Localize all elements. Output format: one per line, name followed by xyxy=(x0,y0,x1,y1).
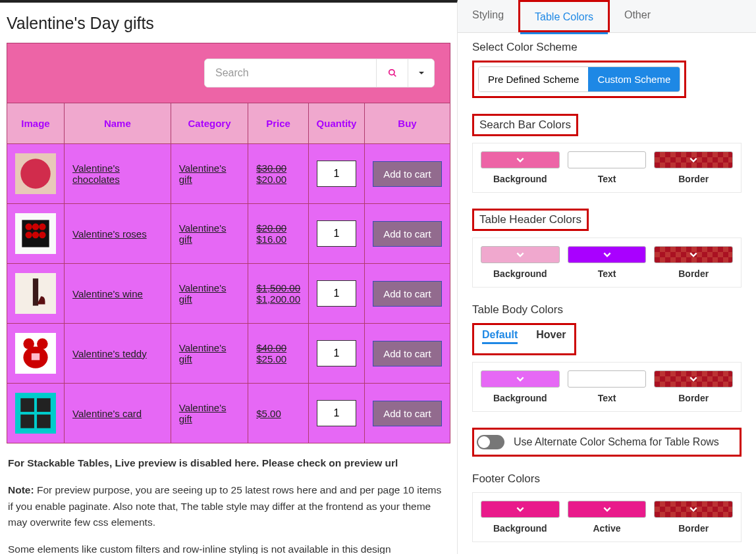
header-border-swatch[interactable] xyxy=(654,246,733,263)
chevron-down-icon xyxy=(689,250,698,259)
chevron-down-icon xyxy=(689,155,698,164)
product-image[interactable] xyxy=(15,273,56,314)
search-dropdown[interactable] xyxy=(408,59,434,87)
caption-active: Active xyxy=(568,523,647,534)
price-new: $5.00 xyxy=(256,408,300,419)
sub-tab-hover[interactable]: Hover xyxy=(536,329,566,344)
header-bg-swatch[interactable] xyxy=(481,246,560,263)
product-image[interactable] xyxy=(15,393,56,434)
chevron-down-icon xyxy=(603,250,612,259)
add-to-cart-button[interactable]: Add to cart xyxy=(373,161,442,187)
body-bg-swatch[interactable] xyxy=(481,370,560,388)
svg-rect-21 xyxy=(37,398,51,412)
svg-point-6 xyxy=(26,224,32,230)
body-border-swatch[interactable] xyxy=(654,370,733,388)
header-text-swatch[interactable] xyxy=(568,246,647,263)
search-bg-swatch[interactable] xyxy=(481,151,560,168)
search-bar xyxy=(7,43,450,103)
note-prefix: Note: xyxy=(8,484,37,495)
search-input[interactable] xyxy=(205,59,376,87)
tab-styling[interactable]: Styling xyxy=(458,0,518,32)
product-name-link[interactable]: Valentine's card xyxy=(72,408,142,419)
quantity-input[interactable] xyxy=(317,340,356,366)
footer-colors-label: Footer Colors xyxy=(472,472,540,486)
table-body-colors-label: Table Body Colors xyxy=(472,303,563,316)
product-category-link[interactable]: Valentine's gift xyxy=(179,163,227,185)
svg-point-9 xyxy=(26,232,32,238)
note-preview: For preview purpose, you are seeing up t… xyxy=(8,484,441,528)
footer-border-swatch[interactable] xyxy=(654,501,733,518)
footer-bg-swatch[interactable] xyxy=(481,501,560,518)
search-border-swatch[interactable] xyxy=(654,151,733,168)
add-to-cart-button[interactable]: Add to cart xyxy=(373,341,442,366)
add-to-cart-button[interactable]: Add to cart xyxy=(373,281,442,307)
col-name[interactable]: Name xyxy=(65,103,171,144)
col-buy[interactable]: Buy xyxy=(364,103,450,144)
chevron-down-icon xyxy=(689,374,698,384)
product-category-link[interactable]: Valentine's gift xyxy=(179,342,227,365)
quantity-input[interactable] xyxy=(317,161,356,187)
price-new: $1,200.00 xyxy=(256,293,300,305)
col-price[interactable]: Price xyxy=(248,103,309,144)
product-image[interactable] xyxy=(15,333,56,374)
caption-border: Border xyxy=(654,523,733,534)
col-category[interactable]: Category xyxy=(171,103,248,144)
svg-rect-22 xyxy=(20,415,34,428)
note-filters: Some elements like custom filters and ro… xyxy=(8,541,449,554)
quantity-input[interactable] xyxy=(317,280,356,307)
custom-scheme-button[interactable]: Custom Scheme xyxy=(588,67,680,91)
sub-tab-default[interactable]: Default xyxy=(482,329,518,344)
caption-border: Border xyxy=(654,268,733,279)
table-row: Valentine's teddy Valentine's gift $40.0… xyxy=(7,324,450,384)
chevron-down-icon xyxy=(603,505,612,514)
alternate-rows-toggle[interactable] xyxy=(477,435,504,449)
caption-border: Border xyxy=(654,393,733,403)
body-text-swatch[interactable] xyxy=(568,370,647,388)
svg-rect-13 xyxy=(33,278,38,305)
product-category-link[interactable]: Valentine's gift xyxy=(179,402,227,424)
product-name-link[interactable]: Valentine's wine xyxy=(72,288,143,299)
products-table: Image Name Category Price Quantity Buy V… xyxy=(7,103,450,443)
col-image[interactable]: Image xyxy=(7,103,65,144)
tab-other[interactable]: Other xyxy=(610,0,665,32)
tab-table-colors[interactable]: Table Colors xyxy=(520,2,608,34)
search-bar-colors-label: Search Bar Colors xyxy=(472,114,578,136)
add-to-cart-button[interactable]: Add to cart xyxy=(373,401,442,426)
product-image[interactable] xyxy=(15,153,56,194)
svg-point-0 xyxy=(389,70,394,75)
caption-background: Background xyxy=(481,393,560,403)
price-new: $16.00 xyxy=(256,234,300,245)
price-new: $20.00 xyxy=(256,174,300,185)
quantity-input[interactable] xyxy=(317,220,356,247)
product-name-link[interactable]: Valentine's chocolates xyxy=(72,163,120,185)
price-new: $25.00 xyxy=(256,353,300,365)
pre-defined-scheme-button[interactable]: Pre Defined Scheme xyxy=(479,67,588,91)
search-text-swatch[interactable] xyxy=(568,151,647,168)
product-image[interactable] xyxy=(15,213,56,254)
top-tabs: Styling Table Colors Other xyxy=(458,0,756,33)
product-name-link[interactable]: Valentine's roses xyxy=(72,228,147,239)
search-button[interactable] xyxy=(376,59,408,87)
table-row: Valentine's chocolates Valentine's gift … xyxy=(7,144,450,204)
price-old: $40.00 xyxy=(256,342,300,353)
chevron-down-icon xyxy=(689,505,698,514)
table-row: Valentine's card Valentine's gift $5.00 … xyxy=(7,384,450,443)
price-old: $20.00 xyxy=(256,222,300,234)
product-category-link[interactable]: Valentine's gift xyxy=(179,282,227,305)
chevron-down-icon xyxy=(516,505,525,514)
add-to-cart-button[interactable]: Add to cart xyxy=(373,221,442,247)
product-category-link[interactable]: Valentine's gift xyxy=(179,222,227,245)
caption-text: Text xyxy=(568,174,647,184)
svg-point-8 xyxy=(39,224,45,230)
search-box xyxy=(204,59,435,88)
caption-text: Text xyxy=(568,393,647,403)
footer-active-swatch[interactable] xyxy=(568,501,647,518)
quantity-input[interactable] xyxy=(317,400,356,426)
price-old: $30.00 xyxy=(256,163,300,174)
svg-point-7 xyxy=(32,224,39,230)
col-quantity[interactable]: Quantity xyxy=(308,103,364,144)
chevron-down-icon xyxy=(516,250,525,259)
product-name-link[interactable]: Valentine's teddy xyxy=(72,348,147,359)
svg-rect-23 xyxy=(37,415,51,428)
price-old: $1,500.00 xyxy=(256,282,300,293)
